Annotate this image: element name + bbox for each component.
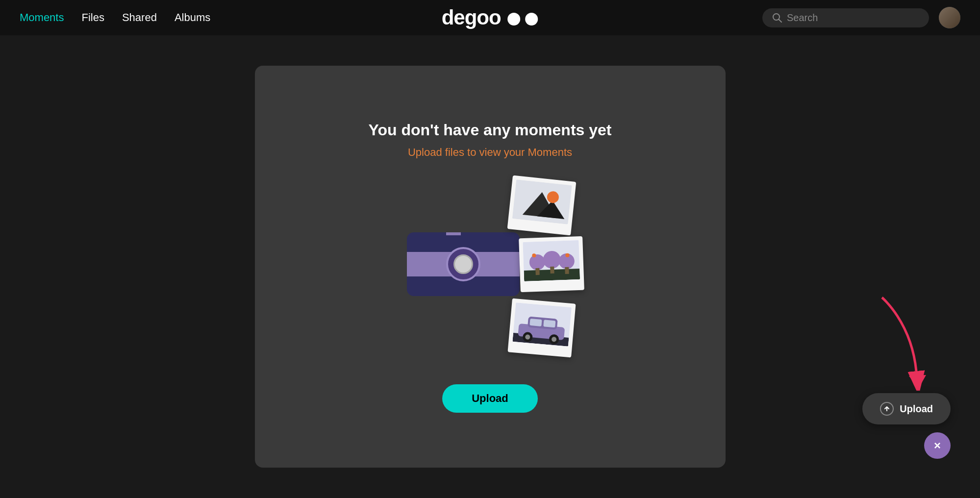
user-avatar[interactable] xyxy=(939,7,960,28)
photo-card-mountains xyxy=(507,175,576,235)
photo-mountains-inner xyxy=(512,179,572,224)
svg-rect-13 xyxy=(550,266,554,273)
camera-illustration xyxy=(407,232,520,311)
app-logo: degoo xyxy=(442,6,539,29)
photo-trees-inner xyxy=(523,240,580,281)
logo-circles-icon xyxy=(507,12,538,26)
camera-body xyxy=(407,232,520,296)
svg-marker-29 xyxy=(909,375,926,388)
search-icon xyxy=(772,13,782,23)
mountains-svg xyxy=(512,179,572,224)
header: Moments Files Shared Albums degoo Search xyxy=(0,0,980,35)
empty-title: You don't have any moments yet xyxy=(369,121,612,139)
search-bar[interactable]: Search xyxy=(762,8,929,27)
nav-shared[interactable]: Shared xyxy=(122,11,157,24)
photo-car-inner xyxy=(512,302,572,347)
photo-card-car xyxy=(507,298,576,357)
camera-bump xyxy=(446,232,461,235)
pink-arrow-icon xyxy=(872,293,931,391)
upload-icon xyxy=(880,402,894,416)
close-fab-button[interactable]: × xyxy=(924,432,951,459)
empty-illustration xyxy=(377,178,603,365)
photo-card-trees xyxy=(519,236,584,292)
empty-subtitle: Upload files to view your Moments xyxy=(408,146,572,159)
camera-lens-outer xyxy=(446,247,480,281)
svg-rect-26 xyxy=(529,318,542,326)
main-nav: Moments Files Shared Albums xyxy=(20,11,210,24)
svg-rect-15 xyxy=(565,267,569,274)
search-placeholder: Search xyxy=(787,12,818,24)
upload-button[interactable]: Upload xyxy=(442,384,538,413)
close-icon: × xyxy=(934,439,941,452)
nav-files[interactable]: Files xyxy=(81,11,104,24)
svg-rect-27 xyxy=(543,320,555,327)
svg-line-3 xyxy=(779,20,782,23)
header-right: Search xyxy=(762,7,960,28)
float-upload-label: Upload xyxy=(900,403,933,415)
arrow-indicator xyxy=(872,293,931,393)
moments-card: You don't have any moments yet Upload fi… xyxy=(255,66,726,468)
camera-lens-inner xyxy=(453,254,473,274)
main-content: You don't have any moments yet Upload fi… xyxy=(0,35,980,498)
trees-svg xyxy=(523,240,580,281)
float-upload-button[interactable]: Upload xyxy=(862,393,951,424)
svg-rect-11 xyxy=(535,268,539,274)
svg-point-1 xyxy=(525,13,538,25)
nav-albums[interactable]: Albums xyxy=(175,11,210,24)
car-svg xyxy=(512,302,572,347)
nav-moments[interactable]: Moments xyxy=(20,11,64,24)
svg-point-0 xyxy=(507,13,520,25)
